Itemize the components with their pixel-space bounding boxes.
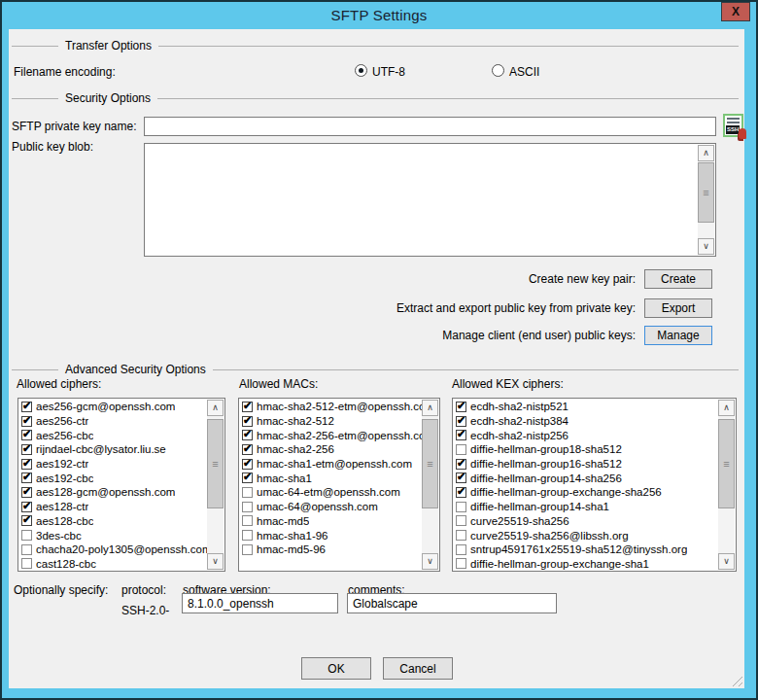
- checkbox-unchecked[interactable]: [21, 544, 32, 555]
- scrollbar-thumb[interactable]: ≡: [422, 419, 438, 508]
- list-item[interactable]: sntrup4591761x25519-sha512@tinyssh.org: [454, 542, 718, 557]
- list-item[interactable]: hmac-md5: [240, 514, 422, 529]
- list-item[interactable]: ✔aes192-cbc: [19, 471, 207, 485]
- checkbox-unchecked[interactable]: [242, 487, 253, 498]
- private-key-name-input[interactable]: [144, 117, 716, 136]
- list-item[interactable]: ✔aes128-gcm@openssh.com: [19, 485, 207, 500]
- list-item[interactable]: umac-64-etm@openssh.com: [240, 485, 422, 500]
- cancel-button[interactable]: Cancel: [383, 657, 453, 680]
- list-item[interactable]: ✔ecdh-sha2-nistp256: [454, 428, 718, 442]
- list-item[interactable]: ✔aes256-cbc: [19, 428, 207, 442]
- ok-button[interactable]: OK: [301, 657, 371, 680]
- checkbox-unchecked[interactable]: [242, 515, 253, 526]
- list-item[interactable]: hmac-sha1-96: [240, 528, 422, 542]
- checkbox-unchecked[interactable]: [242, 530, 253, 541]
- checkbox-checked[interactable]: ✔: [21, 402, 32, 412]
- checkbox-unchecked[interactable]: [456, 530, 466, 541]
- checkbox-checked[interactable]: ✔: [456, 402, 466, 412]
- scrollbar-thumb[interactable]: ≡: [207, 419, 224, 508]
- list-item[interactable]: chacha20-poly1305@openssh.com: [19, 542, 207, 557]
- checkbox-checked[interactable]: ✔: [242, 472, 253, 483]
- checkbox-checked[interactable]: ✔: [21, 515, 32, 526]
- checkbox-checked[interactable]: ✔: [456, 459, 466, 470]
- create-button[interactable]: Create: [644, 269, 712, 289]
- checkbox-unchecked[interactable]: [242, 502, 253, 512]
- list-item[interactable]: ✔hmac-sha2-512-etm@openssh.com: [240, 400, 422, 414]
- scroll-down-button[interactable]: ∨: [207, 553, 224, 570]
- export-button[interactable]: Export: [644, 298, 712, 318]
- title-bar[interactable]: SFTP Settings X: [2, 2, 756, 29]
- scroll-down-button[interactable]: ∨: [718, 553, 735, 570]
- list-item[interactable]: ✔aes128-ctr: [19, 500, 207, 514]
- list-item[interactable]: ✔hmac-sha2-256-etm@openssh.com: [240, 428, 422, 442]
- list-item[interactable]: hmac-md5-96: [240, 542, 422, 557]
- scroll-up-button[interactable]: ∧: [698, 145, 714, 161]
- scroll-up-button[interactable]: ∧: [422, 400, 438, 416]
- checkbox-unchecked[interactable]: [21, 558, 32, 569]
- checkbox-checked[interactable]: ✔: [242, 430, 253, 440]
- checkbox-unchecked[interactable]: [456, 544, 466, 555]
- checkbox-checked[interactable]: ✔: [242, 402, 253, 412]
- ssh-key-manager-icon[interactable]: SSH: [723, 114, 746, 139]
- list-item[interactable]: ✔hmac-sha1-etm@openssh.com: [240, 457, 422, 472]
- scroll-down-button[interactable]: ∨: [698, 238, 714, 255]
- checkbox-checked[interactable]: ✔: [21, 487, 32, 498]
- scroll-down-button[interactable]: ∨: [422, 553, 438, 570]
- list-item[interactable]: diffie-hellman-group14-sha1: [454, 500, 718, 514]
- list-item[interactable]: cast128-cbc: [19, 557, 207, 570]
- list-item[interactable]: curve25519-sha256@libssh.org: [454, 528, 718, 542]
- allowed-kex-ciphers-list[interactable]: ✔ecdh-sha2-nistp521✔ecdh-sha2-nistp384✔e…: [452, 398, 737, 572]
- kex-vertical-scrollbar[interactable]: ∧ ≡ ∨: [718, 400, 735, 570]
- list-item[interactable]: 3des-cbc: [19, 528, 207, 542]
- list-item[interactable]: diffie-hellman-group-exchange-sha1: [454, 557, 718, 570]
- blob-vertical-scrollbar[interactable]: ∧ ≡ ∨: [698, 145, 714, 255]
- checkbox-unchecked[interactable]: [21, 530, 32, 541]
- resize-grip[interactable]: [730, 674, 742, 686]
- list-item[interactable]: ✔diffie-hellman-group16-sha512: [454, 457, 718, 472]
- checkbox-checked[interactable]: ✔: [21, 472, 32, 483]
- list-item[interactable]: ✔ecdh-sha2-nistp384: [454, 414, 718, 429]
- list-item[interactable]: ✔aes192-ctr: [19, 457, 207, 472]
- list-item[interactable]: diffie-hellman-group18-sha512: [454, 442, 718, 457]
- list-item[interactable]: ✔hmac-sha2-512: [240, 414, 422, 429]
- allowed-macs-list[interactable]: ✔hmac-sha2-512-etm@openssh.com✔hmac-sha2…: [238, 398, 440, 572]
- list-item[interactable]: ✔aes128-cbc: [19, 514, 207, 529]
- checkbox-checked[interactable]: ✔: [456, 472, 466, 483]
- checkbox-checked[interactable]: ✔: [242, 416, 253, 427]
- radio-ascii[interactable]: [492, 64, 504, 77]
- macs-vertical-scrollbar[interactable]: ∧ ≡ ∨: [422, 400, 438, 570]
- checkbox-unchecked[interactable]: [456, 558, 466, 569]
- checkbox-checked[interactable]: ✔: [242, 459, 253, 470]
- checkbox-checked[interactable]: ✔: [21, 444, 32, 455]
- checkbox-checked[interactable]: ✔: [21, 430, 32, 440]
- list-item[interactable]: ✔diffie-hellman-group14-sha256: [454, 471, 718, 485]
- list-item[interactable]: ✔hmac-sha2-256: [240, 442, 422, 457]
- checkbox-unchecked[interactable]: [456, 444, 466, 455]
- checkbox-unchecked[interactable]: [242, 544, 253, 555]
- comments-input[interactable]: [347, 593, 557, 613]
- list-item[interactable]: ✔hmac-sha1: [240, 471, 422, 485]
- list-item[interactable]: ✔aes256-ctr: [19, 414, 207, 429]
- ciphers-vertical-scrollbar[interactable]: ∧ ≡ ∨: [207, 400, 224, 570]
- checkbox-checked[interactable]: ✔: [456, 416, 466, 427]
- list-item[interactable]: curve25519-sha256: [454, 514, 718, 529]
- public-key-blob-textarea[interactable]: ∧ ≡ ∨: [144, 143, 716, 257]
- checkbox-checked[interactable]: ✔: [456, 487, 466, 498]
- checkbox-checked[interactable]: ✔: [456, 430, 466, 440]
- scroll-up-button[interactable]: ∧: [718, 400, 735, 416]
- checkbox-unchecked[interactable]: [456, 515, 466, 526]
- scrollbar-thumb[interactable]: ≡: [718, 419, 735, 508]
- list-item[interactable]: ✔rijndael-cbc@lysator.liu.se: [19, 442, 207, 457]
- scroll-up-button[interactable]: ∧: [207, 400, 224, 416]
- list-item[interactable]: ✔ecdh-sha2-nistp521: [454, 400, 718, 414]
- scrollbar-thumb[interactable]: ≡: [698, 162, 714, 223]
- list-item[interactable]: umac-64@openssh.com: [240, 500, 422, 514]
- list-item[interactable]: ✔aes256-gcm@openssh.com: [19, 400, 207, 414]
- checkbox-checked[interactable]: ✔: [21, 416, 32, 427]
- checkbox-checked[interactable]: ✔: [21, 459, 32, 470]
- list-item[interactable]: ✔diffie-hellman-group-exchange-sha256: [454, 485, 718, 500]
- software-version-input[interactable]: [182, 593, 338, 613]
- checkbox-checked[interactable]: ✔: [242, 444, 253, 455]
- checkbox-unchecked[interactable]: [456, 502, 466, 512]
- radio-utf8-label[interactable]: UTF-8: [372, 65, 405, 79]
